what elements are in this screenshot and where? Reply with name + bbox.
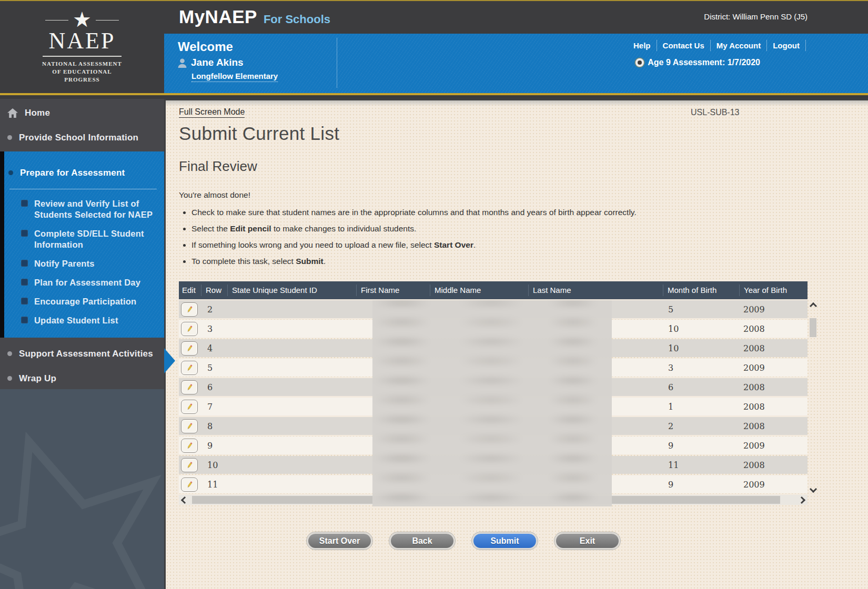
vertical-scrollbar[interactable]: [809, 300, 817, 494]
naep-logo-panel: ★ NAEP NATIONAL ASSESSMENT OF EDUCATIONA…: [0, 1, 164, 95]
scroll-left-icon[interactable]: [181, 496, 188, 503]
edit-pencil-icon: [186, 481, 194, 489]
month-of-birth-cell: 9: [663, 480, 739, 490]
sidebar-item-prepare-for-assessment[interactable]: Prepare for Assessment: [4, 159, 164, 184]
scroll-right-icon[interactable]: [798, 496, 805, 503]
active-section-arrow-icon: [164, 348, 175, 373]
my-account-link[interactable]: My Account: [711, 40, 767, 51]
column-header-year-of-birth: Year of Birth: [739, 285, 808, 296]
row-number-cell: 3: [201, 324, 227, 334]
sidebar-item-provide-school-information[interactable]: Provide School Information: [0, 124, 164, 148]
edit-cell: [179, 322, 201, 336]
sidebar-item-support-assessment-activities[interactable]: Support Assessment Activities: [0, 340, 164, 364]
sidebar-item-wrap-up[interactable]: Wrap Up: [0, 364, 164, 389]
sidebar-item-label: Prepare for Assessment: [20, 167, 125, 178]
sidebar-item-label: Review and Verify List of Students Selec…: [34, 198, 160, 220]
square-icon: [21, 279, 28, 286]
square-icon: [21, 200, 28, 207]
edit-pencil-icon: [186, 306, 194, 313]
column-header-last-name: Last Name: [528, 285, 663, 296]
edit-row-button[interactable]: [181, 400, 198, 414]
instruction-item: To complete this task, select Submit.: [191, 255, 718, 267]
back-button[interactable]: Back: [389, 532, 455, 550]
row-number-cell: 6: [201, 382, 227, 392]
sidebar-item-update-student-list[interactable]: Update Student List: [4, 307, 164, 326]
scroll-up-icon[interactable]: [810, 302, 817, 310]
scroll-down-icon[interactable]: [810, 485, 817, 493]
row-number-cell: 4: [201, 343, 227, 353]
edit-cell: [179, 380, 201, 394]
start-over-button[interactable]: Start Over: [307, 532, 372, 550]
instruction-item: If something looks wrong and you need to…: [191, 239, 718, 251]
logout-link[interactable]: Logout: [767, 40, 806, 51]
edit-row-button[interactable]: [181, 361, 198, 375]
sidebar-item-review-verify-list[interactable]: Review and Verify List of Students Selec…: [4, 190, 164, 220]
square-icon: [21, 298, 28, 304]
help-link[interactable]: Help: [628, 40, 657, 51]
full-screen-mode-link[interactable]: Full Screen Mode: [179, 107, 245, 118]
target-ring-icon: [635, 58, 644, 67]
edit-row-button[interactable]: [181, 322, 198, 336]
logo-right-bar: [96, 20, 119, 21]
row-number-cell: 11: [201, 480, 227, 490]
edit-row-button[interactable]: [181, 302, 198, 317]
year-of-birth-cell: 2008: [739, 324, 808, 334]
edit-cell: [179, 478, 201, 492]
year-of-birth-cell: 2008: [739, 382, 808, 392]
sidebar-item-plan-for-assessment-day[interactable]: Plan for Assessment Day: [4, 269, 164, 288]
month-of-birth-cell: 10: [663, 343, 739, 353]
column-header-edit: Edit: [179, 285, 201, 296]
sidebar-item-label: Complete SD/ELL Student Information: [34, 228, 160, 250]
exit-button[interactable]: Exit: [554, 532, 620, 550]
bullet-icon: [7, 135, 12, 140]
table-header-row: Edit Row State Unique Student ID First N…: [179, 281, 808, 299]
edit-row-button[interactable]: [181, 439, 198, 453]
instruction-item: Select the Edit pencil to make changes t…: [191, 222, 718, 235]
column-header-state-id: State Unique Student ID: [227, 285, 356, 296]
sidebar-section-prepare: Prepare for Assessment Review and Verify…: [0, 151, 164, 338]
row-number-cell: 5: [201, 363, 227, 373]
section-title: Final Review: [179, 158, 868, 175]
logo-line1: NATIONAL ASSESSMENT: [22, 60, 143, 68]
school-link[interactable]: Longfellow Elementary: [191, 72, 278, 82]
sidebar-item-label: Provide School Information: [19, 132, 138, 143]
vertical-scroll-thumb[interactable]: [810, 318, 816, 337]
edit-pencil-icon: [186, 344, 194, 352]
sidebar-item-label: Encourage Participation: [34, 296, 136, 307]
sidebar-item-home[interactable]: Home: [0, 99, 164, 124]
edit-row-button[interactable]: [181, 419, 198, 433]
sidebar-item-label: Plan for Assessment Day: [34, 277, 140, 288]
edit-cell: [179, 419, 201, 433]
sidebar-item-label: Home: [25, 107, 50, 118]
brand-name: MyNAEP: [179, 6, 257, 27]
logo-star-row: ★: [22, 9, 143, 31]
edit-pencil-icon: [186, 461, 194, 469]
month-of-birth-cell: 11: [663, 460, 739, 470]
year-of-birth-cell: 2009: [739, 363, 808, 373]
district-label: District: William Penn SD (J5): [704, 12, 808, 21]
row-number-cell: 8: [201, 421, 227, 431]
sidebar-nav: Home Provide School Information Prepare …: [0, 99, 164, 589]
sidebar-item-complete-sdell-info[interactable]: Complete SD/ELL Student Information: [4, 220, 164, 250]
action-buttons: Start Over Back Submit Exit: [307, 532, 868, 550]
edit-cell: [179, 439, 201, 453]
student-table: Edit Row State Unique Student ID First N…: [179, 281, 818, 505]
month-of-birth-cell: 10: [663, 324, 739, 334]
edit-row-button[interactable]: [181, 380, 198, 394]
user-name: Jane Akins: [191, 57, 244, 68]
edit-pencil-icon: [186, 422, 194, 430]
column-header-first-name: First Name: [356, 285, 430, 296]
month-of-birth-cell: 3: [663, 363, 739, 373]
sidebar-item-notify-parents[interactable]: Notify Parents: [4, 250, 164, 269]
sidebar-item-encourage-participation[interactable]: Encourage Participation: [4, 288, 164, 307]
edit-pencil-icon: [186, 403, 194, 411]
edit-row-button[interactable]: [181, 458, 198, 472]
year-of-birth-cell: 2008: [739, 402, 808, 412]
contact-us-link[interactable]: Contact Us: [657, 40, 711, 51]
edit-row-button[interactable]: [181, 478, 198, 492]
submit-button[interactable]: Submit: [472, 532, 538, 550]
sidebar-item-label: Wrap Up: [19, 373, 56, 384]
edit-row-button[interactable]: [181, 341, 198, 356]
bullet-icon: [8, 170, 13, 175]
sidebar-item-label: Update Student List: [34, 315, 118, 326]
